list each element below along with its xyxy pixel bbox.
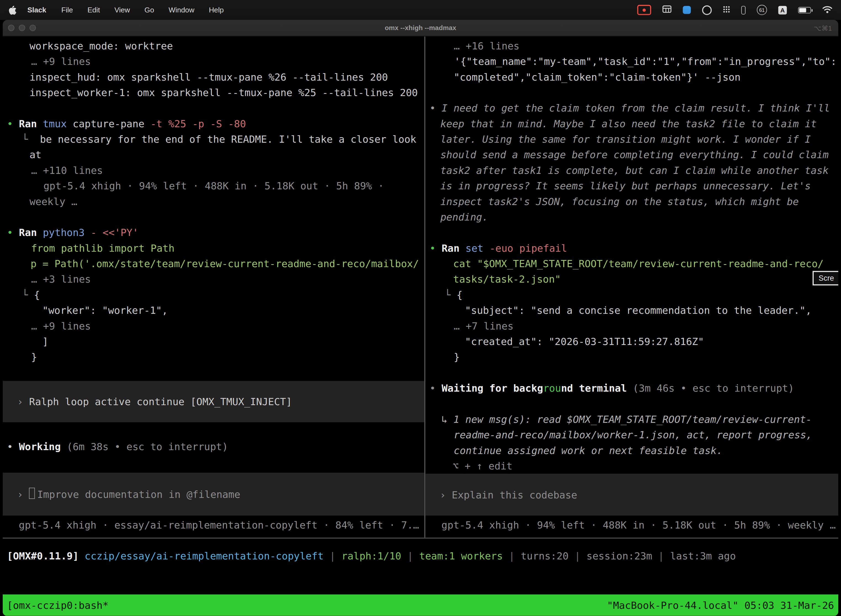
text-segment: ] <box>42 336 48 347</box>
terminal-line: • Ran tmux capture-pane -t %25 -p -S -80 <box>3 116 424 131</box>
text-segment: inspect_hud: omx sparkshell --tmux-pane … <box>29 72 388 83</box>
text-segment: nd terminal <box>561 383 633 394</box>
text-segment: | <box>330 550 341 562</box>
terminal-line: inspect_worker-1: omx sparkshell --tmux-… <box>3 85 424 100</box>
text-segment: readme-and-reco/mailbox/worker-1.json, a… <box>454 429 812 440</box>
blue-app-icon[interactable] <box>683 6 691 14</box>
terminal-line: pending. <box>425 209 838 224</box>
terminal-line: ] <box>3 334 424 349</box>
text-segment: └ <box>22 133 40 145</box>
text-segment: } <box>31 351 37 363</box>
terminal-line: at <box>3 147 424 163</box>
menu-go[interactable]: Go <box>145 6 154 14</box>
text-segment: › <box>17 394 29 409</box>
menu-window[interactable]: Window <box>168 6 194 14</box>
text-segment: › <box>440 487 452 502</box>
terminal-line: readme-and-reco/mailbox/worker-1.json, a… <box>425 427 838 442</box>
text-segment: -euo pipefail <box>489 243 567 254</box>
text-segment: • <box>7 227 19 238</box>
text-segment: capture-pane <box>73 118 150 129</box>
text-segment: • <box>429 243 441 254</box>
text-segment: Ralph loop active continue [OMX_TMUX_INJ… <box>29 394 292 409</box>
screenshot-tooltip: Scre <box>813 271 838 285</box>
active-app-name[interactable]: Slack <box>27 6 46 14</box>
spacer <box>3 454 424 472</box>
composer-band[interactable]: › Explain this codebase <box>425 474 838 516</box>
text-segment: is in progress? It seems likely but perh… <box>440 180 811 192</box>
terminal-line: tasks/task-2.json" <box>425 271 838 287</box>
text-segment: ralph:1/10 <box>341 550 407 562</box>
terminal-line: gpt-5.4 xhigh · 94% left · 488K in · 5.1… <box>3 178 424 194</box>
battery-icon[interactable] <box>798 7 811 13</box>
text-segment: continue assigned work or next feasible … <box>454 444 722 456</box>
terminal-line: } <box>3 349 424 365</box>
text-segment: › <box>17 486 29 502</box>
text-segment: p = Path('.omx/state/team/review-current… <box>31 258 419 269</box>
circle-icon[interactable] <box>702 5 712 15</box>
text-segment: Ran <box>19 227 43 238</box>
terminal-line: inspect_hud: omx sparkshell --tmux-pane … <box>3 69 424 85</box>
terminal-line: gpt-5.4 xhigh · 94% left · 488K in · 5.1… <box>425 517 838 532</box>
terminal-line: from pathlib import Path <box>3 241 424 256</box>
text-segment: cat "$OMX_TEAM_STATE_ROOT/team/review-cu… <box>453 258 823 269</box>
text-segment: … +16 lines <box>454 40 520 51</box>
menu-file[interactable]: File <box>61 6 73 14</box>
text-segment: … +7 lines <box>454 320 514 332</box>
terminal-line: … +110 lines <box>3 163 424 178</box>
titlebar[interactable]: omx --xhigh --madmax ⌥⌘1 <box>3 20 838 37</box>
text-segment: | <box>574 550 586 562</box>
screen-recording-indicator-icon[interactable] <box>637 5 651 15</box>
slim-app-icon[interactable] <box>741 6 746 14</box>
terminal-line: is in progress? It seems likely but perh… <box>425 178 838 194</box>
dots-grid-icon[interactable] <box>723 6 730 14</box>
text-segment: } <box>454 351 460 363</box>
text-segment: "completed","claim_token":"claim-token"}… <box>454 72 741 83</box>
terminal-line: … +7 lines <box>425 318 838 334</box>
apple-menu-icon[interactable] <box>9 5 16 15</box>
text-segment: cczip/essay/ai-reimplementation-copyleft <box>85 550 330 562</box>
text-segment: (3m 46s • esc to interrupt) <box>633 383 794 394</box>
text-segment: later. Using the same for transition mig… <box>440 133 811 145</box>
terminal-line: ↳ 1 new msg(s): read $OMX_TEAM_STATE_ROO… <box>425 412 838 427</box>
menu-edit[interactable]: Edit <box>88 6 100 14</box>
text-segment: weekly … <box>29 196 77 207</box>
text-segment: … +110 lines <box>31 165 103 176</box>
blank-line <box>425 365 838 380</box>
composer-band[interactable]: › Improve documentation in @filename <box>3 473 424 516</box>
terminal-line: later. Using the same for transition mig… <box>425 131 838 147</box>
text-segment: • I need to get the claim token from the… <box>429 103 830 114</box>
menubar: Slack FileEditViewGoWindowHelp 61 A <box>0 0 841 20</box>
wifi-icon[interactable] <box>822 5 832 15</box>
battery-percentage-badge[interactable]: 61 <box>757 5 767 15</box>
terminal-line: } <box>425 349 838 365</box>
text-segment: be necessary for the end of the README. … <box>40 133 416 145</box>
text-segment: pending. <box>440 211 488 223</box>
terminal-line: … +16 lines <box>425 38 838 54</box>
menu-help[interactable]: Help <box>209 6 224 14</box>
right-pane[interactable]: … +16 lines'{"team_name":"my-team","task… <box>425 37 838 538</box>
terminal-line: "worker": "worker-1", <box>3 302 424 318</box>
terminal-line: └ { <box>425 287 838 302</box>
text-segment: - <<'PY' <box>91 227 138 238</box>
terminal-line: "subject": "send a concise recommendatio… <box>425 302 838 318</box>
menu-view[interactable]: View <box>114 6 130 14</box>
left-pane[interactable]: workspace_mode: worktree… +9 linesinspec… <box>3 37 424 538</box>
grid-icon[interactable] <box>662 5 672 14</box>
blank-line <box>425 396 838 412</box>
text-segment: Ran <box>19 118 43 129</box>
text-segment: workspace_mode: worktree <box>29 40 173 51</box>
window-shortcut: ⌥⌘1 <box>814 24 832 32</box>
terminal-line: should send a message before completing … <box>425 147 838 163</box>
text-segment: { <box>34 289 40 301</box>
panes-bottom-border <box>3 538 838 539</box>
text-segment: [OMX#0.11.9] <box>7 550 84 562</box>
terminal-line: • Ran set -euo pipefail <box>425 241 838 256</box>
keyboard-layout-icon[interactable]: A <box>778 6 787 14</box>
composer-band[interactable]: › Ralph loop active continue [OMX_TMUX_I… <box>3 381 424 422</box>
blank-line <box>3 209 424 224</box>
text-segment: set <box>466 243 489 254</box>
text-segment: inspect_worker-1: omx sparkshell --tmux-… <box>29 87 418 98</box>
spacer <box>3 365 424 381</box>
text-segment: • <box>429 383 441 394</box>
text-segment: should send a message before completing … <box>440 149 829 160</box>
